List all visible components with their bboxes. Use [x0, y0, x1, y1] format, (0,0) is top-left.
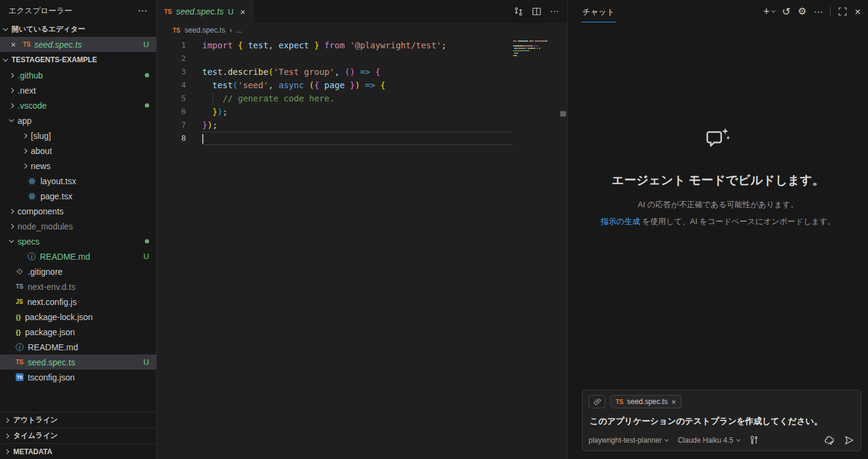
workspace-section-header[interactable]: TESTAGENTS-EXAMPLE	[0, 52, 156, 68]
tree-item--slug-[interactable]: [slug]	[0, 128, 156, 143]
maximize-panel-icon[interactable]	[838, 7, 847, 16]
chat-welcome: エージェント モードでビルドします。 AI の応答が不正確である可能性があります…	[601, 126, 835, 227]
tree-item-label: next.config.js	[27, 297, 77, 307]
code-line-4[interactable]: test('seed', async ({ page }) => {	[202, 79, 513, 92]
breadcrumb[interactable]: TS seed.spec.ts › ...	[157, 23, 567, 37]
close-icon[interactable]: ×	[11, 40, 19, 50]
tree-item-seed-spec-ts[interactable]: TSseed.spec.tsU	[0, 355, 156, 370]
sidebar-section-metadata[interactable]: METADATA	[0, 443, 156, 459]
readme-info-icon: i	[28, 252, 36, 260]
tree-item-tsconfig-json[interactable]: TStsconfig.json	[0, 370, 156, 385]
chevron-right-icon	[4, 449, 9, 454]
code-line-6[interactable]: });	[202, 105, 513, 118]
agent-mode-picker[interactable]: playwright-test-planner	[589, 436, 668, 445]
javascript-file-icon: JS	[16, 298, 23, 305]
remove-attachment-icon[interactable]: ×	[671, 397, 676, 406]
attach-context-button[interactable]	[589, 395, 605, 408]
tab-seed-spec-ts[interactable]: TS seed.spec.ts U ×	[157, 0, 254, 23]
typescript-file-icon: TS	[616, 399, 624, 405]
code-line-8[interactable]	[202, 132, 513, 145]
generate-instructions-link[interactable]: 指示の生成	[601, 217, 640, 226]
tab-chat[interactable]: チャット	[581, 1, 616, 22]
explorer-header: エクスプローラー ⋯	[0, 0, 156, 21]
attached-file-name: seed.spec.ts	[627, 397, 668, 406]
editor-group: TS seed.spec.ts U × ⋯ TS seed.spec.ts › …	[157, 0, 567, 459]
git-modified-dot	[145, 103, 149, 108]
chevron-down-icon	[9, 238, 14, 243]
tree-item-label: .gitignore	[28, 267, 63, 277]
sidebar-section-label: タイムライン	[13, 431, 58, 441]
chevron-right-icon	[9, 103, 14, 108]
split-editor-icon[interactable]	[532, 7, 541, 16]
chevron-right-icon	[9, 208, 14, 213]
send-icon[interactable]	[844, 435, 855, 446]
tree-item--github[interactable]: .github	[0, 68, 156, 83]
tree-item-app[interactable]: app	[0, 113, 156, 128]
open-changes-icon[interactable]	[514, 7, 523, 16]
code-line-7[interactable]: });	[202, 118, 513, 132]
tree-item-node-modules[interactable]: node_modules	[0, 219, 156, 234]
chat-message-input[interactable]: このアプリケーションのテストプランを作成してください。	[589, 408, 855, 435]
tools-icon	[749, 435, 759, 445]
file-tree: .github.next.vscodeapp[slug]aboutnewslay…	[0, 68, 156, 412]
sidebar-section--[interactable]: アウトライン	[0, 412, 156, 428]
explorer-sidebar: エクスプローラー ⋯ 開いているエディター × TS seed.spec.ts …	[0, 0, 157, 459]
tree-item--next[interactable]: .next	[0, 83, 156, 98]
tree-item--vscode[interactable]: .vscode	[0, 98, 156, 113]
tree-item-readme-md[interactable]: iREADME.mdU	[0, 249, 156, 264]
configure-tools-button[interactable]	[749, 435, 759, 445]
code-content[interactable]: import { test, expect } from '@playwrigh…	[186, 39, 513, 459]
explorer-more-actions-icon[interactable]: ⋯	[138, 5, 148, 16]
chat-input-box[interactable]: TS seed.spec.ts × このアプリケーションのテストプランを作成して…	[582, 390, 861, 451]
tree-item-specs[interactable]: specs	[0, 234, 156, 249]
breadcrumb-symbol[interactable]: ...	[236, 26, 242, 34]
attached-file-chip[interactable]: TS seed.spec.ts ×	[610, 395, 681, 408]
chat-panel: チャット + ↺ ⚙ ⋯ × エージェント モードでビルドします。 A	[567, 0, 868, 459]
git-untracked-badge: U	[228, 7, 233, 16]
tree-item-about[interactable]: about	[0, 143, 156, 158]
tree-item-news[interactable]: news	[0, 158, 156, 173]
new-chat-button[interactable]: +	[763, 6, 774, 17]
tree-item-next-config-js[interactable]: JSnext.config.js	[0, 294, 156, 309]
sidebar-section--[interactable]: タイムライン	[0, 428, 156, 443]
open-editors-section-header[interactable]: 開いているエディター	[0, 21, 156, 37]
tree-item-components[interactable]: components	[0, 204, 156, 219]
breadcrumb-filename[interactable]: seed.spec.ts	[185, 26, 225, 34]
close-icon[interactable]: ×	[240, 7, 246, 17]
model-picker[interactable]: Claude Haiku 4.5	[678, 436, 740, 445]
scrollbar-thumb[interactable]	[560, 111, 566, 117]
divider	[830, 7, 831, 16]
minimap[interactable]	[513, 39, 559, 459]
tree-item-package-lock-json[interactable]: {}package-lock.json	[0, 309, 156, 324]
code-line-5[interactable]: // generate code here.	[202, 92, 513, 105]
tree-item-readme-md[interactable]: iREADME.md	[0, 339, 156, 355]
tree-item-package-json[interactable]: {}package.json	[0, 324, 156, 339]
typescript-file-icon: TS	[16, 283, 24, 290]
more-actions-icon[interactable]: ⋯	[814, 7, 823, 16]
indent-guide	[212, 92, 213, 105]
code-line-2[interactable]	[202, 52, 513, 65]
close-panel-icon[interactable]: ×	[855, 7, 861, 17]
tree-item--gitignore[interactable]: .gitignore	[0, 264, 156, 279]
json-file-icon: {}	[16, 313, 21, 321]
open-editor-filename: seed.spec.ts	[34, 40, 82, 50]
tree-item-next-env-d-ts[interactable]: TSnext-env.d.ts	[0, 279, 156, 294]
history-icon[interactable]: ↺	[782, 7, 790, 17]
more-actions-icon[interactable]: ⋯	[550, 6, 559, 17]
code-line-3[interactable]: test.describe('Test group', () => {	[202, 65, 513, 79]
code-line-1[interactable]: import { test, expect } from '@playwrigh…	[202, 39, 513, 52]
tree-item-page-tsx[interactable]: page.tsx	[0, 188, 156, 204]
tree-item-layout-tsx[interactable]: layout.tsx	[0, 173, 156, 188]
gear-icon[interactable]: ⚙	[798, 7, 806, 16]
minimap-line	[513, 57, 559, 60]
git-untracked-badge: U	[144, 40, 149, 49]
code-editor[interactable]: 12345678 import { test, expect } from '@…	[157, 37, 567, 459]
model-value: Claude Haiku 4.5	[678, 436, 733, 445]
tree-item-label: .vscode	[18, 101, 46, 111]
text-cursor	[202, 134, 203, 144]
editor-actions: ⋯	[514, 0, 567, 23]
delegate-to-cloud-icon[interactable]	[825, 435, 835, 446]
open-editor-item[interactable]: × TS seed.spec.ts U	[0, 37, 156, 52]
json-file-icon: {}	[16, 329, 21, 336]
editor-scrollbar[interactable]	[559, 39, 567, 459]
